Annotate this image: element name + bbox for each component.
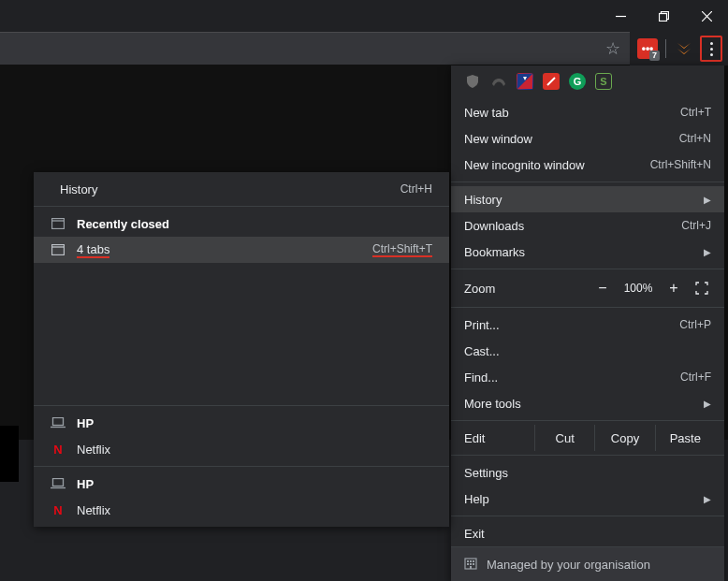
submenu-restore-tabs[interactable]: 4 tabs Ctrl+Shift+T bbox=[34, 237, 449, 263]
menu-separator bbox=[451, 307, 724, 308]
menu-new-window[interactable]: New window Ctrl+N bbox=[451, 125, 724, 152]
toolbar-actions: ••• 7 bbox=[630, 32, 728, 65]
menu-separator bbox=[451, 182, 724, 182]
menu-label: New incognito window bbox=[464, 158, 650, 172]
managed-label: Managed by your organisation bbox=[487, 558, 650, 572]
submenu-device-hp-2[interactable]: HP bbox=[34, 471, 449, 497]
zoom-in-button[interactable]: + bbox=[659, 280, 689, 297]
extension-icon-s[interactable]: S bbox=[595, 73, 612, 90]
ublock-icon[interactable] bbox=[464, 73, 481, 90]
extension-icon-2[interactable] bbox=[490, 73, 507, 90]
window-titlebar bbox=[0, 0, 728, 32]
menu-bookmarks[interactable]: Bookmarks ▶ bbox=[451, 239, 724, 265]
submenu-history[interactable]: History Ctrl+H bbox=[34, 176, 449, 202]
submenu-separator bbox=[34, 405, 449, 406]
menu-label: New tab bbox=[464, 106, 680, 120]
menu-zoom-row: Zoom − 100% + bbox=[451, 273, 724, 303]
menu-label: Downloads bbox=[464, 219, 681, 233]
submenu-label: Netflix bbox=[77, 443, 432, 457]
toolbar-separator bbox=[665, 39, 666, 58]
bookmark-star-icon[interactable]: ☆ bbox=[596, 32, 630, 65]
grammarly-icon[interactable]: G bbox=[569, 73, 586, 90]
menu-shortcut: Ctrl+F bbox=[680, 370, 711, 384]
menu-separator bbox=[451, 269, 724, 269]
submenu-separator bbox=[34, 206, 449, 207]
menu-label: Find... bbox=[464, 370, 680, 385]
extension-badge: 7 bbox=[649, 51, 660, 61]
menu-label: Bookmarks bbox=[464, 245, 696, 259]
svg-rect-13 bbox=[473, 560, 474, 562]
menu-print[interactable]: Print... Ctrl+P bbox=[451, 312, 724, 338]
zoom-out-button[interactable]: − bbox=[588, 280, 618, 297]
menu-cast[interactable]: Cast... bbox=[451, 338, 724, 364]
submenu-shortcut: Ctrl+Shift+T bbox=[372, 242, 432, 257]
window-close-button[interactable] bbox=[685, 0, 728, 32]
svg-rect-2 bbox=[659, 13, 666, 21]
menu-edit-row: Edit Cut Copy Paste bbox=[451, 425, 724, 451]
extension-icon-lastpass[interactable]: ••• 7 bbox=[637, 38, 658, 59]
menu-find[interactable]: Find... Ctrl+F bbox=[451, 364, 724, 390]
menu-separator bbox=[451, 420, 724, 421]
chevron-right-icon: ▶ bbox=[704, 399, 711, 409]
menu-exit[interactable]: Exit bbox=[451, 520, 724, 546]
menu-new-incognito[interactable]: New incognito window Ctrl+Shift+N bbox=[451, 152, 724, 178]
chrome-main-menu: G S New tab Ctrl+T New window Ctrl+N New… bbox=[451, 65, 724, 581]
cut-button[interactable]: Cut bbox=[535, 425, 595, 451]
menu-more-tools[interactable]: More tools ▶ bbox=[451, 390, 724, 416]
submenu-label: HP bbox=[77, 477, 432, 491]
fullscreen-icon[interactable] bbox=[689, 282, 715, 295]
menu-help[interactable]: Help ▶ bbox=[451, 486, 724, 512]
submenu-history-netflix-2[interactable]: N Netflix bbox=[34, 497, 449, 523]
menu-label: More tools bbox=[464, 397, 696, 411]
menu-settings[interactable]: Settings bbox=[451, 459, 724, 486]
submenu-label: 4 tabs bbox=[77, 242, 361, 258]
window-maximize-button[interactable] bbox=[642, 0, 685, 32]
menu-downloads[interactable]: Downloads Ctrl+J bbox=[451, 212, 724, 239]
paste-button[interactable]: Paste bbox=[656, 425, 724, 451]
chevron-right-icon: ▶ bbox=[704, 494, 711, 504]
menu-label: Print... bbox=[464, 318, 679, 332]
extension-icon-3[interactable] bbox=[517, 73, 533, 90]
svg-rect-12 bbox=[470, 560, 472, 562]
menu-shortcut: Ctrl+J bbox=[681, 219, 711, 232]
window-icon bbox=[51, 216, 66, 231]
managed-by-org[interactable]: Managed by your organisation bbox=[451, 546, 724, 581]
laptop-icon bbox=[51, 415, 66, 430]
browser-toolbar: ☆ ••• 7 bbox=[0, 32, 728, 65]
submenu-recently-closed: Recently closed bbox=[34, 211, 449, 237]
menu-label: History bbox=[464, 193, 696, 207]
submenu-separator bbox=[34, 466, 449, 467]
page-content-edge bbox=[0, 426, 19, 482]
menu-shortcut: Ctrl+T bbox=[680, 106, 711, 119]
svg-rect-22 bbox=[53, 418, 64, 426]
chrome-menu-button[interactable] bbox=[700, 36, 722, 62]
svg-rect-14 bbox=[467, 563, 469, 565]
submenu-label: Recently closed bbox=[77, 217, 432, 231]
svg-rect-17 bbox=[470, 566, 472, 569]
chevron-right-icon: ▶ bbox=[704, 247, 711, 257]
history-submenu: History Ctrl+H Recently closed 4 tabs Ct… bbox=[34, 172, 449, 527]
chevron-right-icon: ▶ bbox=[704, 195, 711, 205]
submenu-device-hp[interactable]: HP bbox=[34, 410, 449, 436]
extension-icon-brave[interactable] bbox=[674, 38, 694, 59]
kebab-icon bbox=[710, 42, 713, 56]
submenu-shortcut: Ctrl+H bbox=[400, 182, 432, 196]
window-minimize-button[interactable] bbox=[599, 0, 642, 32]
extension-icon-4[interactable] bbox=[543, 73, 560, 90]
menu-label: Help bbox=[464, 492, 696, 506]
menu-new-tab[interactable]: New tab Ctrl+T bbox=[451, 99, 724, 125]
menu-label: New window bbox=[464, 132, 679, 146]
menu-shortcut: Ctrl+P bbox=[679, 318, 711, 331]
zoom-label: Zoom bbox=[464, 282, 548, 296]
svg-rect-16 bbox=[473, 563, 474, 565]
menu-history[interactable]: History ▶ bbox=[451, 186, 724, 212]
menu-label: Cast... bbox=[464, 344, 711, 358]
netflix-icon: N bbox=[51, 502, 66, 517]
netflix-icon: N bbox=[51, 442, 66, 457]
svg-rect-20 bbox=[52, 245, 65, 255]
edit-label: Edit bbox=[451, 425, 535, 451]
menu-separator bbox=[451, 516, 724, 516]
copy-button[interactable]: Copy bbox=[595, 425, 655, 451]
menu-shortcut: Ctrl+Shift+N bbox=[650, 158, 711, 171]
submenu-history-netflix[interactable]: N Netflix bbox=[34, 436, 449, 462]
